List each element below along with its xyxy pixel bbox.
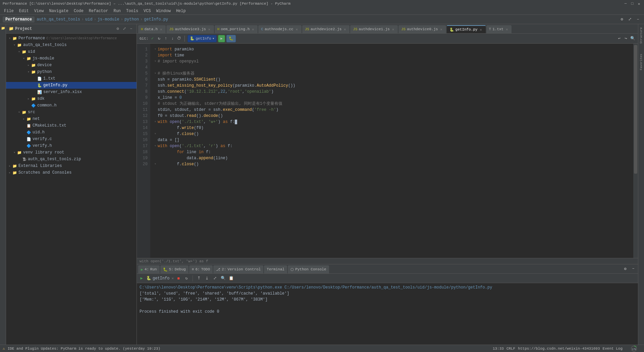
code-content[interactable]: ▾ import paramiko import time ▾ # import… bbox=[150, 44, 633, 258]
run-button[interactable]: ▶ bbox=[218, 35, 225, 42]
tree-item-verifyh[interactable]: 🔷 verify.h bbox=[6, 142, 137, 149]
debug-button[interactable]: 🐛 bbox=[226, 35, 236, 42]
tab-close-authdevice0[interactable]: ✕ bbox=[439, 27, 443, 31]
tab-authdevice1[interactable]: JS authdevice1.js ✕ bbox=[350, 25, 398, 33]
search-icon[interactable]: 🔍 bbox=[630, 36, 635, 41]
tree-item-serverinfo[interactable]: 📊 server_info.xlsx bbox=[6, 89, 137, 95]
tree-item-src[interactable]: ▾ 📁 src bbox=[6, 109, 137, 116]
run-expand-button[interactable]: ⤢ bbox=[212, 275, 218, 282]
tree-item-sdk[interactable]: ▸ 📁 sdk bbox=[6, 95, 137, 102]
menu-navigate[interactable]: Navigate bbox=[46, 7, 71, 15]
tree-item-venv[interactable]: ▾ 📁 venv library root bbox=[6, 149, 137, 156]
tree-item-getinfo[interactable]: 🐍 getInfo.py bbox=[6, 82, 137, 89]
tab-1txt[interactable]: T 1.txt ✕ bbox=[486, 25, 512, 33]
bottom-tab-debug[interactable]: 🐛 5: Debug bbox=[160, 265, 189, 273]
menu-vcs[interactable]: VCS bbox=[141, 7, 154, 15]
tab-close-datah[interactable]: ✕ bbox=[159, 27, 163, 31]
menu-edit[interactable]: Edit bbox=[16, 7, 32, 15]
tree-item-authzip[interactable]: 🗜 auth_qa_test_tools.zip bbox=[6, 156, 137, 163]
maximize-button[interactable]: □ bbox=[630, 1, 635, 6]
bottom-settings-icon[interactable]: ⚙ bbox=[622, 265, 629, 272]
tree-item-1txt[interactable]: 📄 1.txt bbox=[6, 75, 137, 82]
tab-authdevice3[interactable]: JS authdevice3.js ✕ bbox=[166, 25, 214, 33]
right-icon-favorites[interactable]: Favorites bbox=[639, 54, 644, 71]
git-refresh-icon[interactable]: ↻ bbox=[156, 36, 162, 41]
fold-3[interactable]: ▾ bbox=[153, 58, 158, 64]
bottom-tab-todo[interactable]: ≡ 6: TODO bbox=[189, 265, 213, 273]
git-checkmark-icon[interactable]: ✓ bbox=[150, 36, 155, 41]
run-close-icon[interactable]: ✕ bbox=[171, 276, 174, 280]
tab-close-authdevice3[interactable]: ✕ bbox=[207, 27, 211, 31]
fold-13[interactable]: ▾ bbox=[153, 119, 158, 125]
minimize-button[interactable]: ─ bbox=[623, 1, 628, 6]
menu-help[interactable]: Help bbox=[173, 7, 189, 15]
tree-item-net[interactable]: ▸ 📁 net bbox=[6, 116, 137, 122]
breadcrumb-auth[interactable]: auth_qa_test_tools bbox=[37, 17, 80, 22]
tab-close-1txt[interactable]: ✕ bbox=[505, 27, 509, 31]
gear-icon[interactable]: ⚙ bbox=[115, 26, 120, 32]
right-icon-structure[interactable]: Structure bbox=[639, 26, 644, 46]
undo-icon[interactable]: ↩ bbox=[616, 36, 622, 41]
status-url[interactable]: https://blog.csdn.net/weixin-43431693 bbox=[518, 347, 600, 351]
bottom-tab-pyconsole[interactable]: ⬡ Python Console bbox=[288, 265, 329, 273]
tab-datah[interactable]: H data.h ✕ bbox=[138, 25, 166, 33]
bottom-hide-icon[interactable]: – bbox=[630, 265, 637, 272]
bottom-tab-run[interactable]: ▶ 4: Run bbox=[138, 265, 160, 273]
tree-item-commonh[interactable]: 🔷 common.h bbox=[6, 102, 137, 109]
tree-item-python[interactable]: ▾ 📁 python bbox=[6, 69, 137, 75]
breadcrumb-uid[interactable]: uid bbox=[85, 17, 93, 22]
menu-view[interactable]: View bbox=[32, 7, 47, 15]
tree-item-verifyc[interactable]: 📄 verify.c bbox=[6, 136, 137, 142]
git-pull-icon[interactable]: ↓ bbox=[170, 36, 175, 41]
tab-authnodejs[interactable]: C authnodejs.cc ✕ bbox=[258, 25, 301, 33]
bottom-tab-vcs[interactable]: ⎇ 2: Version Control bbox=[213, 265, 263, 273]
tree-item-extlibs[interactable]: ▸ 📁 External Libraries bbox=[6, 163, 137, 169]
status-encoding[interactable]: CRLF bbox=[506, 347, 515, 351]
status-update-message[interactable]: IDE and Plugin Updates: PyCharm is ready… bbox=[8, 347, 160, 351]
expand-tree-icon[interactable]: ⤢ bbox=[122, 26, 127, 32]
breadcrumb-getinfo[interactable]: getInfo.py bbox=[144, 17, 168, 22]
breadcrumb-python[interactable]: python bbox=[124, 17, 139, 22]
run-filter-button[interactable]: 🔍 bbox=[220, 275, 226, 282]
menu-code[interactable]: Code bbox=[71, 7, 86, 15]
tree-item-scratches[interactable]: ▸ 📁 Scratches and Consoles bbox=[6, 169, 137, 176]
tab-close-authdevice2[interactable]: ✕ bbox=[343, 27, 347, 31]
status-line-col[interactable]: 13:33 bbox=[493, 347, 504, 351]
git-history-icon[interactable]: ⏱ bbox=[176, 36, 182, 41]
tree-item-jsmodule[interactable]: ▾ 📁 js-module bbox=[6, 55, 137, 62]
tree-item-uid[interactable]: ▾ 📁 uid bbox=[6, 48, 137, 55]
menu-tools[interactable]: Tools bbox=[123, 7, 141, 15]
fold-20[interactable]: ▾ bbox=[153, 161, 158, 167]
settings-icon[interactable]: ⚙ bbox=[619, 16, 625, 23]
tab-close-oemporting[interactable]: ✕ bbox=[251, 27, 255, 31]
menu-file[interactable]: File bbox=[1, 7, 16, 15]
fold-17[interactable]: ▾ bbox=[153, 143, 158, 149]
bottom-tab-terminal[interactable]: Terminal bbox=[264, 265, 287, 273]
close-panel-icon[interactable]: – bbox=[128, 26, 134, 32]
redo-icon[interactable]: ↪ bbox=[623, 36, 629, 41]
folder-icon[interactable]: 📁 bbox=[0, 26, 6, 31]
menu-run[interactable]: Run bbox=[111, 7, 123, 15]
project-label[interactable]: Performance bbox=[3, 16, 35, 23]
run-copy-button[interactable]: 📋 bbox=[228, 275, 234, 282]
code-editor[interactable]: 1 2 3 4 5 6 7 8 9 10 11 12 13 14 15 16 1 bbox=[137, 44, 638, 258]
tree-item-auth[interactable]: ▾ 📁 auth_qa_test_tools bbox=[6, 42, 137, 48]
tree-item-performance[interactable]: ▾ 📁 Performance C:\Users\lenovo\Desktop\… bbox=[6, 35, 137, 42]
fold-1[interactable]: ▾ bbox=[153, 46, 158, 52]
run-scroll-bottom-button[interactable]: ⤓ bbox=[204, 275, 210, 282]
run-play-button[interactable]: ▶ bbox=[138, 275, 145, 282]
menu-window[interactable]: Window bbox=[154, 7, 173, 15]
fold-5[interactable]: ▾ bbox=[153, 71, 158, 77]
tree-item-uidh[interactable]: 🔷 uid.h bbox=[6, 129, 137, 136]
status-event-log[interactable]: Event Log bbox=[603, 347, 623, 351]
tree-item-device[interactable]: ▸ 📁 device bbox=[6, 62, 137, 69]
tab-getinfo[interactable]: 🐍 getInfo.py ✕ bbox=[447, 25, 486, 33]
tab-close-authnodejs[interactable]: ✕ bbox=[295, 27, 299, 31]
close-button[interactable]: ✕ bbox=[637, 1, 641, 6]
tab-close-authdevice1[interactable]: ✕ bbox=[391, 27, 395, 31]
tab-authdevice2[interactable]: JS authdevice2.js ✕ bbox=[302, 25, 350, 33]
run-scroll-top-button[interactable]: ⤒ bbox=[196, 275, 202, 282]
collapse-icon[interactable]: – bbox=[635, 16, 641, 23]
getinfo-run-config[interactable]: 🐍 getInfo ▾ bbox=[187, 35, 217, 42]
tab-close-getinfo[interactable]: ✕ bbox=[479, 28, 483, 32]
